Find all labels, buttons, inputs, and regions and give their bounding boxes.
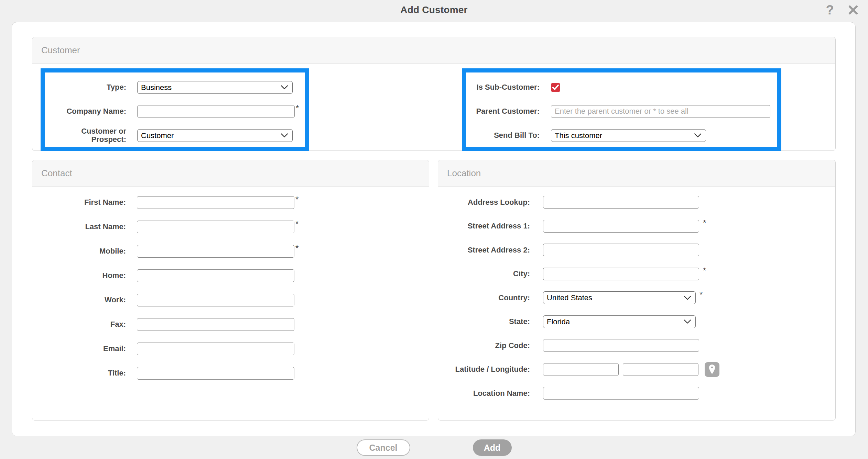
location-name-row: Location Name: (438, 381, 835, 405)
add-customer-dialog: Customer Type:BusinessCompany Name:*Cust… (12, 22, 856, 436)
contact-section-header: Contact (32, 160, 429, 187)
send-bill-to-select-wrap: This customer (551, 129, 706, 142)
customer-or-prospect-select[interactable]: Customer (137, 129, 293, 142)
map-pin-button[interactable] (705, 362, 719, 377)
street-address-1-input[interactable] (543, 220, 699, 233)
close-icon (848, 4, 859, 15)
map-pin-icon (705, 362, 719, 377)
fax-row: Fax: (32, 312, 429, 337)
last-name-label: Last Name: (32, 223, 126, 231)
type-row: Type:Business (45, 75, 305, 99)
sub-customer-highlight-box: Is Sub-Customer:Parent Customer:Send Bil… (462, 68, 781, 151)
address-lookup-row: Address Lookup: (438, 190, 835, 214)
customer-or-prospect-label: Customer or Prospect: (45, 127, 126, 144)
mobile-input[interactable] (137, 245, 294, 258)
contact-section: Contact First Name:*Last Name:*Mobile:*H… (32, 160, 429, 421)
email-row: Email: (32, 337, 429, 361)
fax-input[interactable] (137, 318, 294, 331)
email-label: Email: (32, 345, 126, 353)
title-label: Title: (32, 369, 126, 377)
required-asterisk: * (703, 266, 706, 276)
country-label: Country: (438, 294, 530, 302)
type-select-wrap: Business (137, 81, 293, 94)
city-row: City:* (438, 262, 835, 286)
home-input[interactable] (137, 269, 294, 282)
state-row: State:Florida (438, 310, 835, 334)
contact-section-body: First Name:*Last Name:*Mobile:*Home:Work… (32, 187, 429, 385)
zip-code-row: Zip Code: (438, 334, 835, 358)
address-lookup-label: Address Lookup: (438, 198, 530, 206)
is-sub-customer-row: Is Sub-Customer: (466, 75, 777, 99)
title-input[interactable] (137, 367, 294, 380)
first-name-input[interactable] (137, 196, 294, 209)
parent-customer-row: Parent Customer: (466, 99, 777, 123)
latitude-longitude-label: Latitude / Longitude: (438, 365, 530, 373)
last-name-row: Last Name:* (32, 215, 429, 239)
customer-section-header: Customer (32, 37, 835, 64)
add-button[interactable]: Add (473, 439, 512, 456)
location-section-header: Location (438, 160, 835, 187)
mobile-row: Mobile:* (32, 239, 429, 264)
required-asterisk: * (296, 103, 299, 113)
location-name-input[interactable] (543, 387, 699, 400)
location-section-body: Address Lookup:Street Address 1:*Street … (438, 187, 835, 405)
parent-customer-label: Parent Customer: (466, 107, 540, 115)
required-asterisk: * (703, 218, 706, 228)
required-asterisk: * (699, 290, 703, 300)
check-icon (552, 84, 559, 91)
work-input[interactable] (137, 294, 294, 306)
customer-type-highlight-box: Type:BusinessCompany Name:*Customer or P… (41, 68, 309, 151)
dialog-title: Add Customer (0, 0, 868, 20)
home-row: Home: (32, 264, 429, 288)
address-lookup-input[interactable] (543, 196, 699, 209)
customer-or-prospect-row: Customer or Prospect:Customer (45, 123, 305, 147)
type-select[interactable]: Business (137, 81, 293, 94)
latitude-longitude-row: Latitude / Longitude: (438, 358, 835, 382)
street-address-2-input[interactable] (543, 244, 699, 256)
work-row: Work: (32, 288, 429, 312)
zip-code-input[interactable] (543, 339, 699, 352)
zip-code-label: Zip Code: (438, 342, 530, 350)
send-bill-to-label: Send Bill To: (466, 131, 540, 139)
required-asterisk: * (295, 219, 299, 229)
email-input[interactable] (137, 343, 294, 355)
company-name-input[interactable] (137, 105, 295, 118)
required-asterisk: * (295, 195, 299, 204)
customer-section-title: Customer (41, 45, 80, 56)
street-address-1-label: Street Address 1: (438, 222, 530, 230)
cancel-button[interactable]: Cancel (357, 439, 410, 456)
is-sub-customer-label: Is Sub-Customer: (466, 83, 540, 91)
location-section-title: Location (447, 168, 481, 179)
first-name-label: First Name: (32, 198, 126, 206)
contact-section-title: Contact (41, 168, 72, 179)
first-name-row: First Name:* (32, 190, 429, 215)
send-bill-to-select[interactable]: This customer (551, 129, 706, 142)
longitude-input[interactable] (623, 363, 698, 376)
close-button[interactable] (846, 3, 860, 17)
country-select[interactable]: United States (543, 291, 696, 304)
send-bill-to-row: Send Bill To:This customer (466, 123, 777, 147)
street-address-2-label: Street Address 2: (438, 246, 530, 254)
city-label: City: (438, 270, 530, 278)
city-input[interactable] (543, 268, 699, 280)
customer-section-body: Type:BusinessCompany Name:*Customer or P… (32, 64, 835, 151)
company-name-label: Company Name: (45, 107, 126, 115)
customer-section: Customer Type:BusinessCompany Name:*Cust… (32, 37, 836, 151)
location-name-label: Location Name: (438, 389, 530, 398)
home-label: Home: (32, 271, 126, 280)
dialog-footer: Cancel Add (0, 439, 868, 456)
latitude-input[interactable] (543, 363, 619, 376)
state-select[interactable]: Florida (543, 315, 696, 328)
state-label: State: (438, 317, 530, 326)
country-select-wrap: United States (543, 291, 696, 304)
required-asterisk: * (295, 244, 299, 253)
fax-label: Fax: (32, 320, 126, 328)
company-name-row: Company Name:* (45, 99, 305, 123)
is-sub-customer-checkbox[interactable] (551, 83, 560, 92)
help-button[interactable]: ? (823, 3, 837, 17)
type-label: Type: (45, 83, 126, 91)
title-row: Title: (32, 361, 429, 385)
customer-or-prospect-select-wrap: Customer (137, 129, 293, 142)
last-name-input[interactable] (137, 221, 294, 233)
parent-customer-input[interactable] (551, 105, 770, 118)
